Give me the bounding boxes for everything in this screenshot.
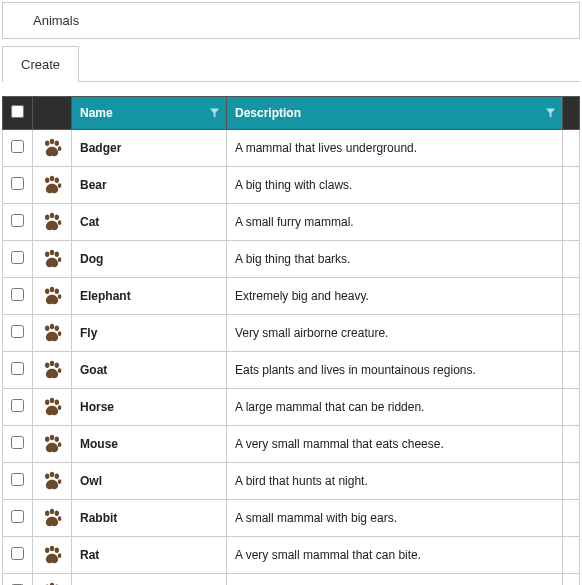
paw-icon — [41, 174, 63, 196]
svg-point-12 — [45, 251, 49, 257]
table-row[interactable]: DogA big thing that barks. — [3, 241, 580, 278]
row-select-checkbox[interactable] — [11, 547, 24, 560]
table-row[interactable]: CatA small furry mammal. — [3, 204, 580, 241]
description-column-header[interactable]: Description — [227, 97, 563, 130]
row-spare-cell — [563, 463, 580, 500]
row-name[interactable]: Mouse — [72, 426, 227, 463]
row-select-cell — [3, 574, 33, 586]
row-description: Extremely big and heavy. — [227, 278, 563, 315]
row-description: A mammal that lives underground. — [227, 130, 563, 167]
svg-point-20 — [45, 325, 49, 331]
svg-point-25 — [50, 361, 54, 367]
row-icon-cell — [33, 574, 72, 586]
svg-point-18 — [55, 288, 59, 294]
row-icon-cell — [33, 315, 72, 352]
row-name[interactable]: Rabbit — [72, 500, 227, 537]
row-name[interactable]: Goat — [72, 352, 227, 389]
svg-point-26 — [55, 362, 59, 368]
svg-point-0 — [45, 140, 49, 146]
row-select-checkbox[interactable] — [11, 214, 24, 227]
filter-icon[interactable] — [209, 108, 220, 119]
svg-point-7 — [58, 183, 62, 188]
svg-point-23 — [58, 331, 62, 336]
svg-point-5 — [50, 176, 54, 182]
table-row[interactable]: HorseA large mammal that can be ridden. — [3, 389, 580, 426]
icon-column-header — [33, 97, 72, 130]
svg-point-16 — [45, 288, 49, 294]
row-select-checkbox[interactable] — [11, 140, 24, 153]
row-icon-cell — [33, 241, 72, 278]
row-select-cell — [3, 204, 33, 241]
row-select-cell — [3, 241, 33, 278]
svg-point-37 — [50, 472, 54, 478]
svg-point-8 — [45, 214, 49, 220]
svg-point-28 — [45, 399, 49, 405]
row-spare-cell — [563, 130, 580, 167]
row-icon-cell — [33, 389, 72, 426]
row-name[interactable]: Bear — [72, 167, 227, 204]
filter-icon[interactable] — [545, 108, 556, 119]
svg-point-19 — [58, 294, 62, 299]
row-spare-cell — [563, 315, 580, 352]
create-button-label: Create — [21, 57, 60, 72]
row-name[interactable]: Badger — [72, 130, 227, 167]
table-row[interactable]: RabbitA small mammal with big ears. — [3, 500, 580, 537]
row-name[interactable]: Snake — [72, 574, 227, 586]
table-row[interactable]: SnakeA small long thing that bites. — [3, 574, 580, 586]
row-icon-cell — [33, 463, 72, 500]
row-name[interactable]: Fly — [72, 315, 227, 352]
table-row[interactable]: BadgerA mammal that lives underground. — [3, 130, 580, 167]
header-row: Name Description — [3, 97, 580, 130]
row-icon-cell — [33, 167, 72, 204]
table-row[interactable]: BearA big thing with claws. — [3, 167, 580, 204]
create-button[interactable]: Create — [2, 46, 79, 82]
svg-point-42 — [55, 510, 59, 516]
select-all-checkbox[interactable] — [11, 105, 24, 118]
grid: Name Description BadgerA mamma — [2, 96, 580, 585]
row-select-checkbox[interactable] — [11, 177, 24, 190]
row-name[interactable]: Dog — [72, 241, 227, 278]
svg-point-45 — [50, 546, 54, 552]
row-name[interactable]: Rat — [72, 537, 227, 574]
row-spare-cell — [563, 500, 580, 537]
row-select-cell — [3, 389, 33, 426]
svg-point-17 — [50, 287, 54, 293]
svg-point-31 — [58, 405, 62, 410]
paw-icon — [41, 359, 63, 381]
name-column-header[interactable]: Name — [72, 97, 227, 130]
row-select-checkbox[interactable] — [11, 399, 24, 412]
row-select-checkbox[interactable] — [11, 362, 24, 375]
row-name[interactable]: Horse — [72, 389, 227, 426]
row-select-checkbox[interactable] — [11, 436, 24, 449]
row-select-checkbox[interactable] — [11, 510, 24, 523]
svg-point-32 — [45, 436, 49, 442]
row-spare-cell — [563, 389, 580, 426]
row-select-checkbox[interactable] — [11, 288, 24, 301]
svg-point-33 — [50, 435, 54, 441]
row-name[interactable]: Owl — [72, 463, 227, 500]
svg-point-29 — [50, 398, 54, 404]
table-row[interactable]: GoatEats plants and lives in mountainous… — [3, 352, 580, 389]
name-column-label: Name — [80, 106, 113, 120]
row-select-cell — [3, 315, 33, 352]
svg-point-14 — [55, 251, 59, 257]
svg-point-15 — [58, 257, 62, 262]
svg-point-46 — [55, 547, 59, 553]
row-select-checkbox[interactable] — [11, 473, 24, 486]
table-row[interactable]: OwlA bird that hunts at night. — [3, 463, 580, 500]
svg-point-13 — [50, 250, 54, 256]
row-select-checkbox[interactable] — [11, 251, 24, 264]
svg-point-47 — [58, 553, 62, 558]
row-select-checkbox[interactable] — [11, 325, 24, 338]
row-name[interactable]: Cat — [72, 204, 227, 241]
row-description: A small long thing that bites. — [227, 574, 563, 586]
paw-icon — [41, 470, 63, 492]
row-spare-cell — [563, 167, 580, 204]
table-row[interactable]: FlyVery small airborne creature. — [3, 315, 580, 352]
row-spare-cell — [563, 241, 580, 278]
row-icon-cell — [33, 537, 72, 574]
row-name[interactable]: Elephant — [72, 278, 227, 315]
table-row[interactable]: ElephantExtremely big and heavy. — [3, 278, 580, 315]
table-row[interactable]: MouseA very small mammal that eats chees… — [3, 426, 580, 463]
table-row[interactable]: RatA very small mammal that can bite. — [3, 537, 580, 574]
